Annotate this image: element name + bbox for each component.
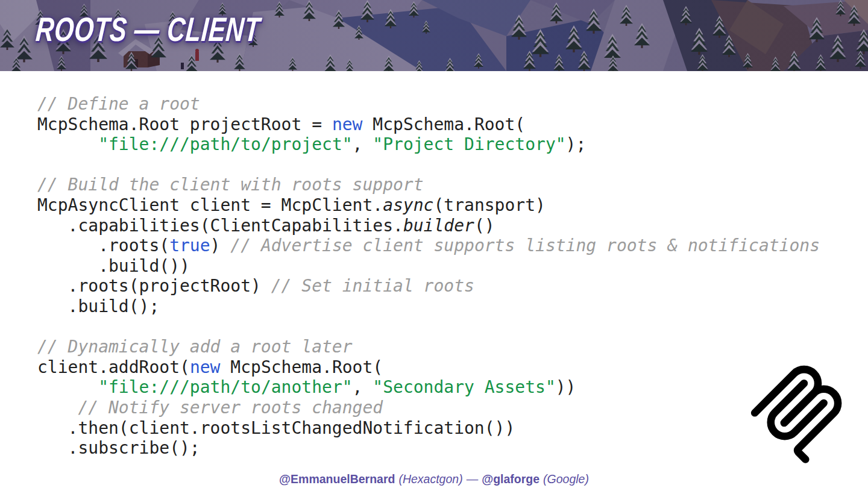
code-line: // Build the client with roots support [37, 175, 820, 195]
code-token: .capabilities(ClientCapabilities. [37, 216, 403, 236]
code-token: McpSchema.Root( [220, 357, 383, 377]
code-token: (transport) [433, 195, 545, 215]
code-token: ) [210, 236, 231, 255]
code-token: ); [566, 134, 587, 154]
slide: Roots — Client // Define a rootMcpSchema… [0, 0, 868, 488]
code-token: // Advertise client supports listing roo… [230, 236, 820, 255]
code-line: "file:///path/to/another", "Secondary As… [37, 377, 820, 398]
code-token: builder [403, 216, 474, 236]
code-line: .build(); [37, 296, 820, 317]
code-line [37, 155, 820, 175]
code-token: .build(); [37, 296, 159, 316]
footer-credits: @EmmanuelBernard(Hexactgon)—@glaforge(Go… [0, 472, 868, 486]
code-token: .build()) [37, 256, 190, 276]
code-line: // Define a root [37, 94, 820, 114]
code-token: new [332, 114, 363, 134]
code-line: client.addRoot(new McpSchema.Root( [37, 357, 820, 378]
code-line: // Notify server roots changed [37, 398, 820, 418]
code-token [37, 134, 98, 154]
code-block: // Define a rootMcpSchema.Root projectRo… [37, 94, 820, 458]
code-token: "Secondary Assets" [373, 377, 555, 397]
code-line: .capabilities(ClientCapabilities.builder… [37, 216, 820, 236]
author2-org: (Google) [543, 472, 589, 486]
code-token: "file:///path/to/project" [98, 134, 352, 154]
code-token: , [353, 377, 373, 397]
code-line: // Dynamically add a root later [37, 337, 820, 357]
code-line: .roots(projectRoot) // Set initial roots [37, 276, 820, 296]
code-token: .subscribe(); [37, 438, 200, 458]
code-token: // Set initial roots [271, 276, 474, 296]
code-token: .roots( [37, 236, 169, 255]
code-line: .build()) [37, 256, 820, 277]
code-line: "file:///path/to/project", "Project Dire… [37, 134, 820, 155]
code-line: McpSchema.Root projectRoot = new McpSche… [37, 114, 820, 135]
code-token: client.addRoot( [37, 357, 190, 377]
code-token: .roots(projectRoot) [37, 276, 271, 296]
code-token: McpSchema.Root projectRoot = [37, 114, 332, 134]
code-token: "Project Directory" [373, 134, 565, 154]
author2-handle: @glaforge [482, 472, 539, 486]
code-token: true [169, 236, 210, 255]
code-token: .then(client.rootsListChangedNotificatio… [37, 418, 515, 438]
code-token [37, 398, 78, 418]
code-token: "file:///path/to/another" [98, 377, 352, 397]
code-token: , [353, 134, 373, 154]
code-token: // Build the client with roots support [37, 175, 424, 195]
code-token: McpSchema.Root( [362, 114, 525, 134]
code-token: // Define a root [37, 94, 200, 114]
code-line [37, 317, 820, 337]
footer-separator: — [467, 472, 479, 486]
author1-handle: @EmmanuelBernard [279, 472, 395, 486]
header-banner: Roots — Client [0, 0, 868, 71]
code-token: () [474, 216, 495, 236]
slide-title: Roots — Client [34, 12, 261, 48]
code-line: .subscribe(); [37, 438, 820, 458]
code-line: McpAsyncClient client = McpClient.async(… [37, 195, 820, 216]
code-token: )) [556, 377, 576, 397]
code-token: // Notify server roots changed [78, 398, 383, 418]
code-token: new [190, 357, 221, 377]
code-token: async [383, 195, 433, 215]
code-line: .then(client.rootsListChangedNotificatio… [37, 418, 820, 439]
code-token [37, 377, 98, 397]
code-token: // Dynamically add a root later [37, 337, 353, 357]
mcp-logo-icon [740, 353, 854, 472]
code-line: .roots(true) // Advertise client support… [37, 236, 820, 256]
author1-org: (Hexactgon) [398, 472, 462, 486]
code-token: McpAsyncClient client = McpClient. [37, 195, 383, 215]
